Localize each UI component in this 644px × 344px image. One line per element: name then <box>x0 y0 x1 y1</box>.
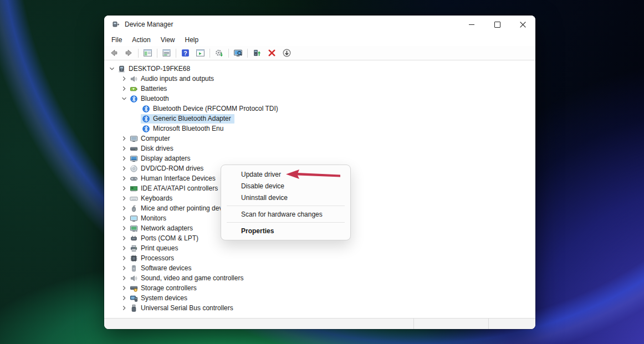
toolbar-button-scan-hardware-changes[interactable] <box>212 47 227 59</box>
tree-item-body[interactable]: Storage controllers <box>129 284 200 293</box>
chevron-right-icon[interactable] <box>120 184 129 193</box>
chevron-right-icon[interactable] <box>120 155 129 163</box>
tree-item-body[interactable]: Bluetooth <box>129 94 172 104</box>
tree-item-universal-serial-bus-controllers[interactable]: Universal Serial Bus controllers <box>104 303 535 313</box>
toolbar-button-help-topics[interactable] <box>193 47 208 59</box>
uninstall-icon <box>267 48 277 58</box>
chevron-right-icon[interactable] <box>120 145 129 153</box>
tree-item-body[interactable]: DESKTOP-19FKE68 <box>116 64 193 74</box>
toolbar-button-properties-sheet[interactable] <box>159 47 174 59</box>
chevron-right-icon[interactable] <box>120 274 129 283</box>
dvd-icon <box>130 165 138 173</box>
tree-item-disk-drives[interactable]: Disk drives <box>104 143 535 153</box>
tree-item-body[interactable]: Network adapters <box>129 224 196 233</box>
tree-item-bluetooth-device-rfcomm-protocol-tdi[interactable]: Bluetooth Device (RFCOMM Protocol TDI) <box>104 104 535 114</box>
tree-item-body[interactable]: Audio inputs and outputs <box>129 74 217 84</box>
toolbar-button-forward[interactable] <box>121 47 136 59</box>
tree-item-body[interactable]: Batteries <box>129 84 170 94</box>
tree-item-body[interactable]: IDE ATA/ATAPI controllers <box>129 184 221 193</box>
chevron-right-icon[interactable] <box>120 165 129 173</box>
chevron-down-icon[interactable] <box>120 95 129 103</box>
tree-item-generic-bluetooth-adapter[interactable]: Generic Bluetooth Adapter <box>104 114 535 124</box>
chevron-right-icon <box>120 244 128 252</box>
menu-view[interactable]: View <box>156 35 180 45</box>
toolbar-button-update-driver[interactable] <box>249 47 264 59</box>
tree-item-software-devices[interactable]: Software devices <box>104 263 535 273</box>
tree-item-body[interactable]: Monitors <box>129 214 170 223</box>
tree-item-body[interactable]: Universal Serial Bus controllers <box>129 304 237 313</box>
tree-item-body[interactable]: Keyboards <box>129 194 176 203</box>
chevron-right-icon[interactable] <box>120 294 129 302</box>
chevron-right-icon[interactable] <box>120 85 129 93</box>
tree-item-body[interactable]: Bluetooth Device (RFCOMM Protocol TDI) <box>141 104 282 114</box>
chevron-right-icon <box>120 284 128 292</box>
context-menu-item-uninstall-device[interactable]: Uninstall device <box>221 192 350 203</box>
context-menu-item-scan-hardware-changes[interactable]: Scan for hardware changes <box>221 208 350 220</box>
tree-item-body[interactable]: Software devices <box>129 264 195 273</box>
tree-item-body[interactable]: Display adapters <box>129 154 193 163</box>
tree-item-processors[interactable]: Processors <box>104 253 535 263</box>
toolbar-button-back[interactable] <box>106 47 121 59</box>
ports-icon <box>130 234 138 243</box>
tree-item-body[interactable]: DVD/CD-ROM drives <box>129 164 207 173</box>
menu-file[interactable]: File <box>106 35 127 45</box>
menu-action[interactable]: Action <box>127 35 155 45</box>
tree-item-desktop-19fke68[interactable]: DESKTOP-19FKE68 <box>104 64 535 74</box>
tree-item-body[interactable]: Human Interface Devices <box>129 174 219 183</box>
tree-item-storage-controllers[interactable]: Storage controllers <box>104 283 535 293</box>
toolbar-button-show-console-tree[interactable] <box>140 47 155 59</box>
tree-item-label: Generic Bluetooth Adapter <box>153 115 231 122</box>
tree-item-label: Audio inputs and outputs <box>141 75 214 83</box>
tree-item-body[interactable]: Processors <box>129 254 177 263</box>
tree-item-batteries[interactable]: Batteries <box>104 84 535 94</box>
tree-item-body[interactable]: Computer <box>129 134 173 143</box>
toolbar-separator <box>157 49 157 58</box>
toolbar-button-disable-device[interactable] <box>279 47 294 59</box>
tree-item-bluetooth[interactable]: Bluetooth <box>104 94 535 104</box>
chevron-right-icon[interactable] <box>120 224 129 233</box>
menu-help[interactable]: Help <box>180 35 204 45</box>
chevron-right-icon[interactable] <box>120 194 129 203</box>
chevron-right-icon[interactable] <box>120 244 129 253</box>
chevron-right-icon[interactable] <box>120 204 129 213</box>
tree-item-body[interactable]: System devices <box>129 294 191 303</box>
toolbar-button-computer-search[interactable] <box>231 47 246 59</box>
device-manager-icon <box>111 20 120 29</box>
close-icon <box>519 21 527 28</box>
chevron-right-icon[interactable] <box>120 214 129 223</box>
tree-item-body[interactable]: Print queues <box>129 244 181 253</box>
tree-item-sound-video-and-game-controllers[interactable]: Sound, video and game controllers <box>104 273 535 283</box>
toolbar-button-help[interactable]: ? <box>178 47 193 59</box>
toolbar-separator <box>247 49 248 58</box>
chevron-right-icon[interactable] <box>120 264 129 273</box>
chevron-down-icon[interactable] <box>108 65 116 73</box>
chevron-right-icon[interactable] <box>120 234 129 243</box>
context-menu-item-properties[interactable]: Properties <box>221 225 350 237</box>
context-menu-item-update-driver[interactable]: Update driver <box>221 168 350 180</box>
minimize-button[interactable] <box>459 16 484 33</box>
tree-item-microsoft-bluetooth-enu[interactable]: Microsoft Bluetooth Enu <box>104 124 535 134</box>
maximize-button[interactable] <box>484 16 510 33</box>
status-bar-main-segment <box>104 319 413 329</box>
tree-item-body[interactable]: Sound, video and game controllers <box>129 274 247 283</box>
tree-item-body[interactable]: Microsoft Bluetooth Enu <box>141 124 227 134</box>
tree-item-body[interactable]: Ports (COM & LPT) <box>129 234 202 243</box>
tree-item-print-queues[interactable]: Print queues <box>104 243 535 253</box>
chevron-right-icon[interactable] <box>120 304 129 312</box>
tree-item-display-adapters[interactable]: Display adapters <box>104 153 535 163</box>
close-button[interactable] <box>510 16 535 33</box>
toolbar-button-uninstall-device[interactable] <box>264 47 279 59</box>
selected-tree-item-highlight[interactable]: Generic Bluetooth Adapter <box>141 114 234 124</box>
tree-item-body[interactable]: Disk drives <box>129 144 177 153</box>
context-menu-item-disable-device[interactable]: Disable device <box>221 180 350 192</box>
chevron-right-icon[interactable] <box>120 135 129 143</box>
chevron-right-icon[interactable] <box>120 254 129 263</box>
tree-item-computer[interactable]: Computer <box>104 134 535 143</box>
chevron-right-icon[interactable] <box>120 75 129 83</box>
bluetooth-icon <box>130 95 138 103</box>
tree-item-label: Ports (COM & LPT) <box>141 234 198 242</box>
tree-item-audio-inputs-and-outputs[interactable]: Audio inputs and outputs <box>104 74 535 84</box>
chevron-right-icon[interactable] <box>120 284 129 292</box>
chevron-right-icon[interactable] <box>120 174 129 183</box>
tree-item-system-devices[interactable]: System devices <box>104 293 535 303</box>
